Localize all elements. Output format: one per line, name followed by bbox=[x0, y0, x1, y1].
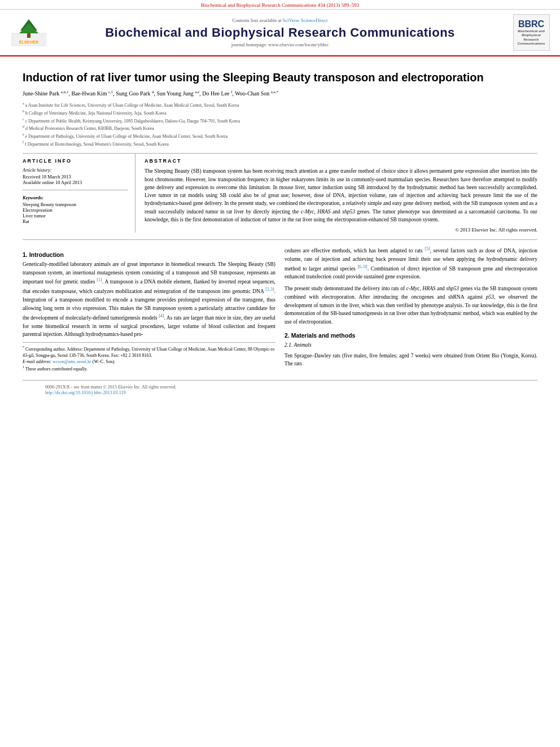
footer-section: 0006-291X/$ – see front matter © 2013 El… bbox=[23, 380, 537, 399]
journal-homepage: journal homepage: www.elsevier.com/locat… bbox=[54, 42, 506, 47]
info-abstract-section: ARTICLE INFO Article history: Received 1… bbox=[23, 153, 537, 233]
keywords-label: Keywords: bbox=[23, 195, 128, 200]
article-info-column: ARTICLE INFO Article history: Received 1… bbox=[23, 154, 135, 233]
affil-f: f Department of Biotechnology, Seoul Wom… bbox=[25, 141, 169, 146]
article-title: Induction of rat liver tumor using the S… bbox=[23, 70, 537, 85]
body-columns: 1. Introduction Genetically-modified lab… bbox=[23, 239, 537, 374]
footer-doi[interactable]: http://dx.doi.org/10.1016/j.bbrc.2013.03… bbox=[45, 390, 515, 395]
abstract-text: The Sleeping Beauty (SB) transposon syst… bbox=[145, 167, 537, 224]
footnote-corresponding: * Corresponding author. Address: Departm… bbox=[23, 345, 275, 359]
journal-title: Biochemical and Biophysical Research Com… bbox=[54, 25, 506, 40]
section1-text: Genetically-modified laboratory animals … bbox=[23, 260, 275, 339]
footer-issn: 0006-291X/$ – see front matter © 2013 El… bbox=[45, 384, 515, 390]
footnotes-section: * Corresponding author. Address: Departm… bbox=[23, 342, 275, 374]
sciverse-link[interactable]: SciVerse ScienceDirect bbox=[283, 18, 328, 23]
section2-subsection: 2.1. Animals Ten Sprague–Dawley rats (fi… bbox=[285, 341, 537, 368]
abstract-label: ABSTRACT bbox=[145, 158, 537, 164]
affil-a: a Asan Institute for Life Sciences, Univ… bbox=[25, 103, 239, 108]
body-right-column: cedures are effective methods, which has… bbox=[285, 246, 537, 374]
bbrc-logo: BBRC Biochemical andBiophysicalResearchC… bbox=[511, 14, 551, 51]
journal-citation: Biochemical and Biophysical Research Com… bbox=[201, 2, 360, 8]
footnote-email: E-mail address: wcson@amc.seoul.kr (W.-C… bbox=[23, 359, 275, 365]
copyright: © 2013 Elsevier Inc. All rights reserved… bbox=[145, 227, 537, 233]
footnote-contributed: 1 These authors contributed equally. bbox=[23, 365, 275, 372]
section2-1-heading: 2.1. Animals bbox=[285, 341, 537, 350]
article-content: Induction of rat liver tumor using the S… bbox=[0, 56, 560, 404]
animals-text: Ten Sprague–Dawley rats (five males, fiv… bbox=[285, 352, 537, 368]
journal-title-section: Contents lists available at SciVerse Sci… bbox=[54, 18, 506, 47]
keyword-4: Rat bbox=[23, 219, 128, 224]
affil-c: c Department of Public Health, Keimyung … bbox=[25, 118, 240, 123]
authors-line: June-Shine Park a,b,1, Bae-Hwan Kim c,1,… bbox=[23, 89, 537, 98]
svg-rect-3 bbox=[27, 33, 30, 38]
body-left-column: 1. Introduction Genetically-modified lab… bbox=[23, 246, 275, 374]
affil-e: e Department of Pathology, University of… bbox=[25, 134, 228, 139]
keyword-1: Sleeping Beauty transposon bbox=[23, 202, 128, 207]
available-date: Available online 10 April 2013 bbox=[23, 180, 128, 185]
received-date: Received 18 March 2013 bbox=[23, 174, 128, 180]
email-link[interactable]: wcson@amc.seoul.kr bbox=[53, 359, 91, 364]
sciverse-line: Contents lists available at SciVerse Sci… bbox=[54, 18, 506, 23]
section2-heading: 2. Materials and methods bbox=[285, 332, 537, 339]
elsevier-logo: ELSEVIER bbox=[9, 16, 49, 49]
affil-d: d Medical Proteomics Research Center, KR… bbox=[25, 126, 154, 131]
abstract-column: ABSTRACT The Sleeping Beauty (SB) transp… bbox=[145, 154, 537, 233]
section1-heading: 1. Introduction bbox=[23, 251, 275, 258]
affiliations: a a Asan Institute for Life Sciences, Un… bbox=[23, 101, 537, 147]
section1-right-text: cedures are effective methods, which has… bbox=[285, 246, 537, 326]
history-label: Article history: bbox=[23, 167, 128, 173]
journal-top-bar: Biochemical and Biophysical Research Com… bbox=[0, 0, 560, 10]
keyword-3: Liver tumor bbox=[23, 213, 128, 219]
keyword-2: Electroporation bbox=[23, 207, 128, 213]
article-info-label: ARTICLE INFO bbox=[23, 158, 128, 164]
journal-header: ELSEVIER Contents lists available at Sci… bbox=[0, 10, 560, 56]
affil-b: b College of Veterinary Medicine, Jeju N… bbox=[25, 111, 167, 116]
svg-text:ELSEVIER: ELSEVIER bbox=[19, 40, 39, 44]
